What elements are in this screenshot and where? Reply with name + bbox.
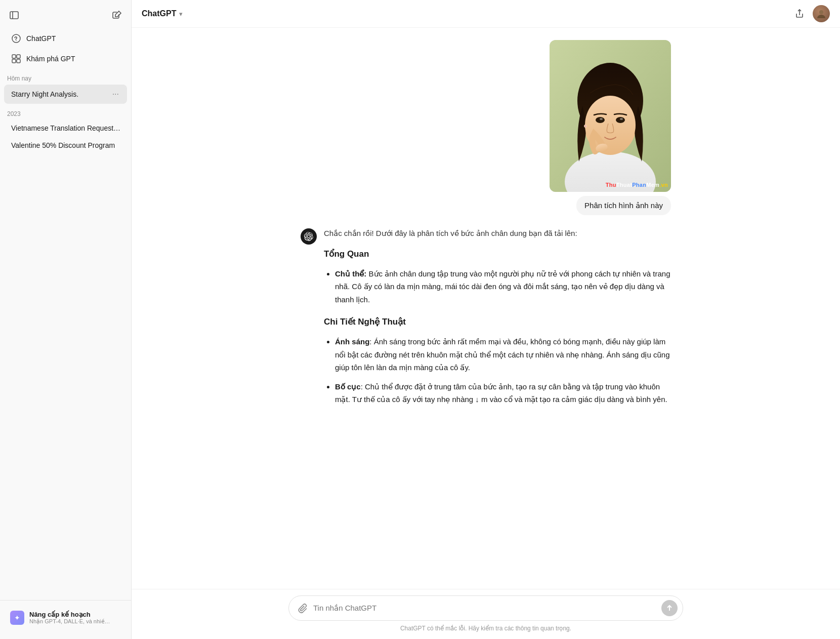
user-text-bubble: Phân tích hình ảnh này [576,196,671,215]
input-bar: ChatGPT có thể mắc lỗi. Hãy kiểm tra các… [132,589,840,639]
header-left: ChatGPT ▾ [142,9,183,18]
section-today-label: Hôm nay [0,69,131,84]
section2-heading: Chi Tiết Nghệ Thuật [324,315,671,329]
disclaimer-text: ChatGPT có thể mắc lỗi. Hãy kiểm tra các… [144,625,828,636]
svg-rect-5 [17,55,20,58]
chat-item-valentine[interactable]: Valentine 50% Discount Program [4,137,127,153]
share-button[interactable] [792,7,807,21]
upgrade-icon: ✦ [10,611,24,625]
section1-heading: Tổng Quan [324,247,671,261]
header-title: ChatGPT [142,9,176,18]
svg-point-19 [620,118,623,120]
chat-item-starry[interactable]: Starry Night Analysis. ··· [4,85,127,104]
bullet-lighting-label: Ánh sáng [335,337,369,346]
bullet-subject: Chủ thể: Bức ảnh chân dung tập trung vào… [335,267,671,306]
attach-button[interactable] [296,601,310,615]
user-message-content: ThuThuatPhanMem.vn Phân tích hình ảnh nà… [550,40,671,215]
bullet-lighting-text: : Ánh sáng trong bức ảnh rất mềm mại và … [335,337,670,372]
svg-rect-6 [12,59,16,63]
sidebar-chatgpt-label: ChatGPT [26,34,56,43]
avatar-image [816,8,827,19]
bullet-subject-label: Chủ thể: [335,269,366,278]
chatgpt-icon [11,33,21,44]
sidebar-item-explore[interactable]: Khám phá GPT [4,49,127,68]
watermark-thuat: Thuat [616,182,632,188]
watermark-mem: Mem [646,182,659,188]
image-watermark: ThuThuatPhanMem.vn [606,182,668,188]
header-right [792,5,830,22]
svg-rect-7 [17,59,20,63]
svg-point-17 [616,117,625,123]
chat-input[interactable] [313,603,658,614]
watermark-vn: .vn [659,182,668,188]
svg-rect-4 [12,55,16,58]
user-message: ThuThuatPhanMem.vn Phân tích hình ảnh nà… [301,40,671,215]
grid-icon [11,54,21,64]
chat-item-vietnamese[interactable]: Vietnamese Translation Requested [4,120,127,136]
sidebar-item-chatgpt[interactable]: ChatGPT [4,29,127,48]
assistant-avatar [301,228,317,245]
send-icon [666,605,673,612]
chat-item-vietnamese-label: Vietnamese Translation Requested [11,124,121,132]
assistant-intro: Chắc chắn rồi! Dưới đây là phân tích về … [324,227,671,240]
bullet-composition-label: Bố cục [335,382,361,391]
svg-point-9 [819,10,823,14]
assistant-message: Chắc chắn rồi! Dưới đây là phân tích về … [301,227,671,415]
chatgpt-logo-icon [304,232,313,241]
upgrade-plan-item[interactable]: ✦ Nâng cấp kế hoạch Nhận GPT-4, DALL·E, … [4,606,127,630]
bullet-composition: Bố cục: Chủ thể được đặt ở trung tâm của… [335,380,671,406]
chat-item-valentine-label: Valentine 50% Discount Program [11,141,121,149]
chat-item-starry-label: Starry Night Analysis. [11,90,110,98]
user-avatar[interactable] [813,5,830,22]
upgrade-text: Nâng cấp kế hoạch Nhận GPT-4, DALL·E, và… [29,611,110,625]
svg-point-18 [600,118,603,120]
svg-rect-0 [10,12,18,19]
new-chat-button[interactable] [110,8,124,22]
section2-list: Ánh sáng: Ánh sáng trong bức ảnh rất mềm… [324,335,671,406]
svg-point-3 [16,40,17,41]
sidebar: ChatGPT Khám phá GPT Hôm nay Starry Nigh… [0,0,132,639]
bullet-lighting: Ánh sáng: Ánh sáng trong bức ảnh rất mềm… [335,335,671,374]
user-uploaded-image: ThuThuatPhanMem.vn [550,40,671,192]
section-2023-label: 2023 [0,104,131,119]
portrait-svg [550,40,671,192]
share-icon [794,9,805,19]
input-container [288,595,683,621]
upgrade-title: Nâng cấp kế hoạch [29,611,110,618]
header: ChatGPT ▾ [132,0,840,28]
sidebar-bottom: ✦ Nâng cấp kế hoạch Nhận GPT-4, DALL·E, … [0,600,131,635]
watermark-phan: Phan [632,182,646,188]
svg-point-16 [596,117,605,123]
send-button[interactable] [661,600,678,616]
sidebar-top-bar [0,4,131,26]
watermark-thu: Thu [606,182,616,188]
section1-list: Chủ thể: Bức ảnh chân dung tập trung vào… [324,267,671,306]
sidebar-explore-label: Khám phá GPT [26,55,75,63]
chat-item-starry-more[interactable]: ··· [110,89,121,100]
toggle-sidebar-button[interactable] [7,8,21,22]
main-panel: ChatGPT ▾ [132,0,840,639]
chevron-down-icon[interactable]: ▾ [179,10,183,18]
assistant-content: Chắc chắn rồi! Dưới đây là phân tích về … [324,227,671,415]
svg-point-21 [585,126,586,127]
chat-container: ThuThuatPhanMem.vn Phân tích hình ảnh nà… [288,40,683,415]
bullet-subject-text: Bức ảnh chân dung tập trung vào một ngườ… [335,269,670,304]
paperclip-icon [298,603,308,613]
upgrade-subtitle: Nhận GPT-4, DALL·E, và nhiều tính... [29,618,110,625]
bullet-composition-text: : Chủ thể được đặt ở trung tâm của bức ả… [335,382,667,404]
chat-area[interactable]: ThuThuatPhanMem.vn Phân tích hình ảnh nà… [132,28,840,589]
